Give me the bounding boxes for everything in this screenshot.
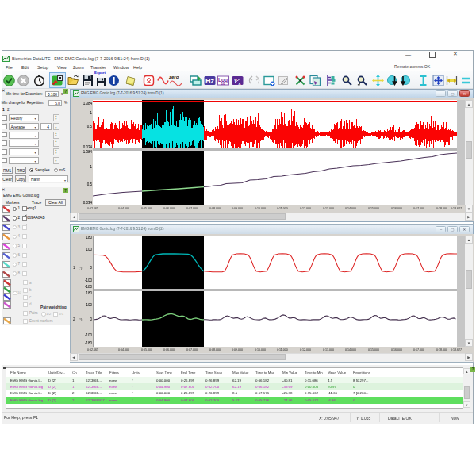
svg-text:y: y xyxy=(234,77,237,83)
svg-text:Hz: Hz xyxy=(205,77,214,85)
svg-text:10: 10 xyxy=(221,82,225,86)
